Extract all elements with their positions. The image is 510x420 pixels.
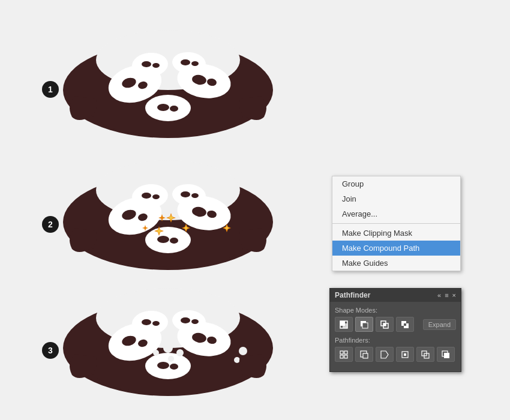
pizza-svg-2 [42, 153, 294, 276]
pathfinder-buttons [335, 347, 456, 362]
svg-point-60 [170, 364, 178, 370]
svg-point-12 [181, 59, 190, 65]
shape-mode-unite[interactable] [335, 317, 353, 332]
pathfinder-trim[interactable] [355, 347, 373, 362]
pathfinder-body: Shape Modes: [330, 302, 461, 371]
step1-pizza: 1 [42, 24, 294, 143]
svg-point-27 [152, 194, 160, 199]
context-menu-join[interactable]: Join [332, 191, 460, 206]
svg-point-15 [157, 104, 169, 111]
pathfinder-close-button[interactable]: × [452, 292, 456, 299]
context-menu-group[interactable]: Group [332, 176, 460, 191]
pathfinder-controls: « ≡ × [437, 292, 456, 299]
svg-rect-68 [343, 323, 347, 328]
svg-point-64 [168, 356, 174, 362]
shape-mode-minus-front[interactable] [355, 317, 373, 332]
svg-point-56 [181, 317, 190, 323]
step3-number: 3 [42, 342, 59, 359]
pizza-svg-3 [42, 282, 294, 399]
svg-point-66 [234, 357, 240, 363]
pathfinder-menu-button[interactable]: ≡ [445, 292, 448, 299]
shape-modes-label: Shape Modes: [335, 307, 456, 314]
svg-point-61 [163, 343, 173, 353]
pathfinders-label: Pathfinders: [335, 337, 456, 344]
svg-point-53 [142, 319, 151, 325]
svg-point-10 [152, 63, 160, 68]
expand-button[interactable]: Expand [423, 319, 456, 330]
pathfinder-collapse-button[interactable]: « [437, 292, 441, 299]
shape-mode-exclude[interactable] [396, 317, 414, 332]
context-menu-average[interactable]: Average... [332, 206, 460, 221]
svg-rect-89 [444, 353, 449, 358]
svg-point-13 [191, 61, 199, 66]
svg-point-32 [157, 236, 169, 243]
svg-rect-85 [404, 353, 406, 356]
pathfinder-merge[interactable] [376, 347, 394, 362]
svg-point-9 [142, 61, 151, 67]
pathfinder-outline[interactable] [416, 347, 434, 362]
context-menu-clipping-mask[interactable]: Make Clipping Mask [332, 226, 460, 241]
svg-rect-77 [404, 323, 406, 326]
svg-rect-74 [383, 323, 386, 326]
pathfinder-title: Pathfinder [335, 291, 370, 299]
svg-rect-78 [340, 351, 343, 354]
pizza-svg-1 [42, 24, 294, 141]
shape-mode-intersect[interactable] [376, 317, 394, 332]
context-menu-guides[interactable]: Make Guides [332, 256, 460, 271]
svg-point-16 [170, 106, 178, 112]
svg-rect-81 [344, 355, 347, 358]
step2-pizza: 2 [42, 153, 294, 278]
pathfinder-minus-back[interactable] [437, 347, 455, 362]
step3-pizza: 3 [42, 282, 294, 401]
pathfinder-divide[interactable] [335, 347, 353, 362]
svg-rect-71 [362, 323, 368, 328]
svg-point-30 [191, 193, 199, 198]
context-menu-compound-path[interactable]: Make Compound Path [332, 241, 460, 256]
svg-rect-80 [340, 355, 343, 358]
svg-rect-79 [344, 351, 347, 354]
svg-point-29 [181, 191, 190, 197]
context-menu-separator [332, 223, 460, 224]
step1-number: 1 [42, 81, 59, 98]
pathfinder-panel: Pathfinder « ≡ × Shape Modes: [329, 288, 461, 372]
svg-point-65 [239, 347, 247, 355]
step2-number: 2 [42, 216, 59, 233]
svg-point-59 [157, 362, 169, 369]
svg-point-33 [170, 238, 178, 244]
pathfinder-title-bar: Pathfinder « ≡ × [330, 289, 461, 302]
svg-point-63 [153, 350, 159, 356]
svg-point-54 [152, 321, 160, 326]
svg-point-26 [142, 193, 151, 199]
svg-point-57 [191, 319, 199, 324]
context-menu: Group Join Average... Make Clipping Mask… [332, 176, 461, 271]
pathfinder-crop[interactable] [396, 347, 414, 362]
svg-point-62 [176, 349, 184, 356]
shape-mode-buttons: Expand [335, 317, 456, 332]
svg-rect-83 [363, 353, 368, 358]
